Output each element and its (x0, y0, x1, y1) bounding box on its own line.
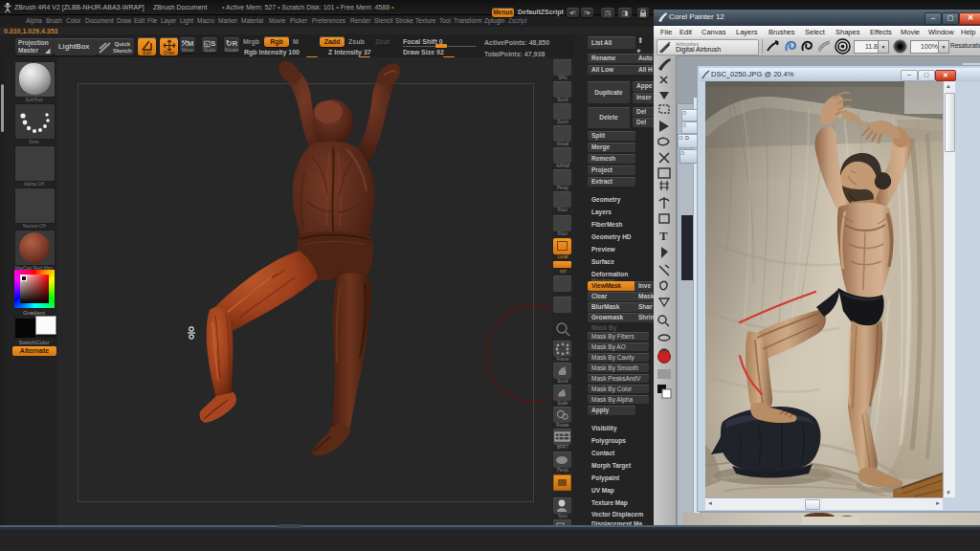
svg-text:T: T (659, 229, 668, 243)
